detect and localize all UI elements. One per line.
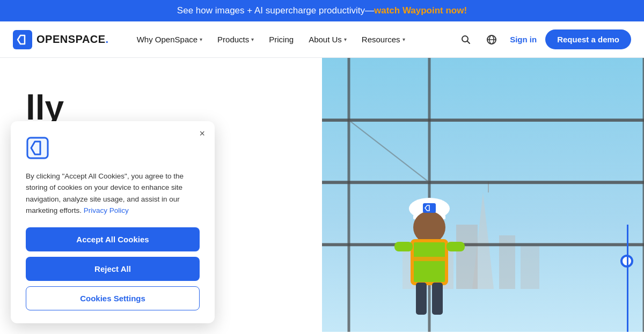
openspace-logo-icon [13, 30, 32, 49]
nav-about-us[interactable]: About Us ▾ [302, 31, 353, 48]
header-actions: Sign in Request a demo [456, 29, 631, 49]
svg-rect-21 [412, 241, 447, 284]
svg-rect-25 [447, 242, 465, 251]
worker-figure [365, 160, 494, 332]
nav-why-openspace[interactable]: Why OpenSpace ▾ [130, 31, 209, 48]
svg-rect-23 [412, 257, 447, 261]
logo-dot: . [106, 33, 109, 45]
nav-products[interactable]: Products ▾ [211, 31, 260, 48]
nav-pricing[interactable]: Pricing [262, 31, 300, 48]
cookie-brand-icon [26, 136, 49, 160]
hero-photo [322, 58, 644, 332]
cookie-close-button[interactable]: × [199, 129, 205, 138]
globe-button[interactable] [482, 30, 501, 49]
svg-rect-29 [26, 136, 49, 160]
blue-line-decoration [627, 225, 628, 332]
accept-all-cookies-button[interactable]: Accept All Cookies [26, 227, 200, 251]
globe-icon [486, 34, 497, 45]
cookie-modal: × By clicking "Accept All Cookies", you … [11, 121, 215, 323]
cookies-settings-button[interactable]: Cookies Settings [26, 286, 200, 310]
svg-rect-0 [13, 30, 32, 49]
top-banner: See how images + AI supercharge producti… [0, 0, 644, 21]
chevron-down-icon: ▾ [251, 36, 254, 42]
cookie-body-text: By clicking "Accept All Cookies", you ag… [26, 170, 200, 217]
cookie-logo [26, 136, 200, 162]
banner-link[interactable]: watch Waypoint now! [374, 5, 467, 16]
svg-rect-24 [394, 242, 413, 251]
chevron-down-icon: ▾ [402, 36, 405, 42]
chevron-down-icon: ▾ [344, 36, 347, 42]
banner-text: See how images + AI supercharge producti… [177, 5, 374, 16]
search-button[interactable] [456, 30, 475, 49]
sign-in-button[interactable]: Sign in [508, 31, 539, 48]
svg-rect-27 [432, 283, 443, 315]
request-demo-button[interactable]: Request a demo [545, 29, 631, 49]
privacy-policy-link[interactable]: Privacy Policy [84, 206, 129, 214]
search-icon [460, 34, 471, 45]
logo[interactable]: OPENSPACE. [13, 30, 109, 49]
header: OPENSPACE. Why OpenSpace ▾ Products ▾ Pr… [0, 21, 644, 58]
nav-resources[interactable]: Resources ▾ [355, 31, 412, 48]
svg-rect-26 [416, 283, 427, 315]
svg-point-20 [413, 211, 445, 243]
main-nav: Why OpenSpace ▾ Products ▾ Pricing About… [130, 31, 456, 48]
hero-image [322, 58, 644, 332]
reject-all-button[interactable]: Reject All [26, 257, 200, 281]
chevron-down-icon: ▾ [200, 36, 202, 42]
logo-text: OPENSPACE. [36, 33, 109, 46]
